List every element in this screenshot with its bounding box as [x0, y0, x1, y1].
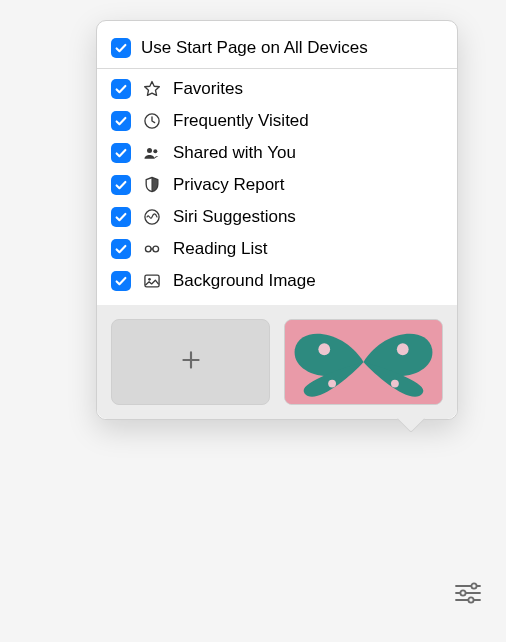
svg-point-10 — [397, 343, 409, 355]
checkbox-checked-icon[interactable] — [111, 207, 131, 227]
option-label: Background Image — [173, 271, 443, 291]
svg-point-11 — [328, 380, 336, 388]
option-background-image[interactable]: Background Image — [111, 265, 443, 297]
option-label: Privacy Report — [173, 175, 443, 195]
option-reading-list[interactable]: Reading List — [111, 233, 443, 265]
checkbox-checked-icon[interactable] — [111, 239, 131, 259]
option-label: Siri Suggestions — [173, 207, 443, 227]
option-label: Reading List — [173, 239, 443, 259]
option-shared-with-you[interactable]: Shared with You — [111, 137, 443, 169]
checkbox-checked-icon[interactable] — [111, 79, 131, 99]
background-thumbnail[interactable] — [284, 319, 443, 405]
clock-icon — [141, 110, 163, 132]
svg-point-2 — [153, 149, 157, 153]
svg-point-16 — [471, 583, 476, 588]
background-thumbnails — [97, 305, 457, 419]
option-favorites[interactable]: Favorites — [111, 73, 443, 105]
checkbox-checked-icon[interactable] — [111, 38, 131, 58]
svg-point-1 — [147, 148, 152, 153]
image-icon — [141, 270, 163, 292]
checkbox-checked-icon[interactable] — [111, 271, 131, 291]
sliders-icon — [454, 581, 482, 610]
svg-point-7 — [148, 278, 151, 281]
checkbox-checked-icon[interactable] — [111, 143, 131, 163]
option-label: Use Start Page on All Devices — [141, 38, 443, 58]
option-label: Shared with You — [173, 143, 443, 163]
option-label: Favorites — [173, 79, 443, 99]
start-page-settings-popover: Use Start Page on All Devices Favorites … — [96, 20, 458, 420]
svg-point-9 — [318, 343, 330, 355]
add-background-button[interactable] — [111, 319, 270, 405]
star-icon — [141, 78, 163, 100]
checkbox-checked-icon[interactable] — [111, 175, 131, 195]
svg-rect-6 — [145, 275, 159, 287]
start-page-settings-button[interactable] — [452, 580, 484, 610]
option-siri-suggestions[interactable]: Siri Suggestions — [111, 201, 443, 233]
glasses-icon — [141, 238, 163, 260]
svg-point-12 — [391, 380, 399, 388]
option-frequently-visited[interactable]: Frequently Visited — [111, 105, 443, 137]
svg-point-18 — [468, 597, 473, 602]
svg-point-17 — [460, 590, 465, 595]
divider — [97, 68, 457, 69]
siri-icon — [141, 206, 163, 228]
people-icon — [141, 142, 163, 164]
svg-point-5 — [153, 246, 159, 252]
option-use-on-all-devices[interactable]: Use Start Page on All Devices — [111, 33, 443, 68]
plus-icon — [178, 347, 204, 378]
option-privacy-report[interactable]: Privacy Report — [111, 169, 443, 201]
option-label: Frequently Visited — [173, 111, 443, 131]
svg-point-4 — [145, 246, 151, 252]
shield-icon — [141, 174, 163, 196]
checkbox-checked-icon[interactable] — [111, 111, 131, 131]
